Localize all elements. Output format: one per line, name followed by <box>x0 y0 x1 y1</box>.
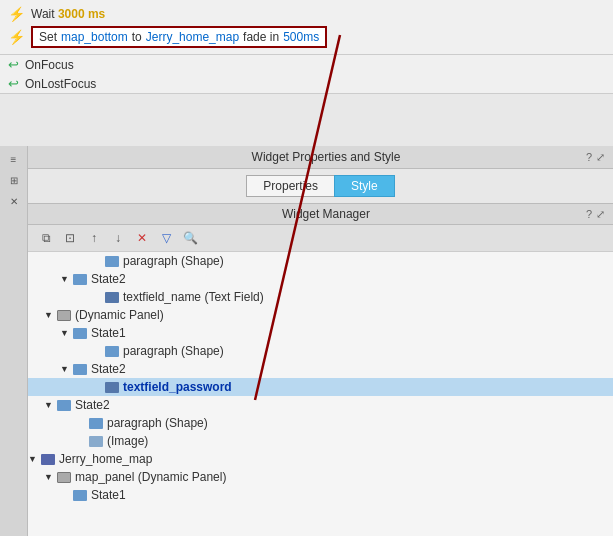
left-btn-2[interactable]: ⊞ <box>4 171 24 189</box>
onfocus-label: OnFocus <box>25 58 74 72</box>
label-dynamic-panel: (Dynamic Panel) <box>75 308 164 322</box>
label-textfield-name: textfield_name (Text Field) <box>123 290 264 304</box>
label-state2-3: State2 <box>75 398 110 412</box>
right-panel: Widget Properties and Style ? ⤢ Properti… <box>28 146 613 536</box>
tree-row-state2-2[interactable]: ▼ State2 <box>28 360 613 378</box>
widget-props-panel: Widget Properties and Style ? ⤢ Properti… <box>28 146 613 204</box>
set-text-2: to <box>132 30 142 44</box>
shape-blue-icon-2 <box>72 326 88 340</box>
widget-props-header: Widget Properties and Style ? ⤢ <box>28 146 613 169</box>
onfocus-item[interactable]: ↩ OnFocus <box>0 55 613 74</box>
label-paragraph2: paragraph (Shape) <box>123 344 224 358</box>
label-image: (Image) <box>107 434 148 448</box>
lightning-icon-1: ⚡ <box>8 6 25 22</box>
tree-row-map-panel[interactable]: ▼ map_panel (Dynamic Panel) <box>28 468 613 486</box>
onlostfocus-item[interactable]: ↩ OnLostFocus <box>0 74 613 93</box>
wm-tool-filter[interactable]: ▽ <box>156 229 176 247</box>
tree-row-state1[interactable]: ▼ State1 <box>28 324 613 342</box>
tab-properties[interactable]: Properties <box>246 175 334 197</box>
dynamic-panel-icon-1 <box>56 308 72 322</box>
tree-row-paragraph2[interactable]: paragraph (Shape) <box>28 342 613 360</box>
onlostfocus-icon: ↩ <box>8 76 19 91</box>
set-duration: 500ms <box>283 30 319 44</box>
text-field-icon-1 <box>104 290 120 304</box>
arrow-dynamic-panel: ▼ <box>44 310 56 320</box>
wm-toolbar: ⧉ ⊡ ↑ ↓ ✕ ▽ 🔍 <box>28 225 613 252</box>
top-actions-panel: ⚡ Wait 3000 ms ⚡ Set map_bottom to Jerry… <box>0 0 613 55</box>
wait-action-row: ⚡ Wait 3000 ms <box>8 4 605 24</box>
set-text-3: fade in <box>243 30 279 44</box>
wait-label: Wait 3000 ms <box>31 7 105 21</box>
tree-row-image[interactable]: (Image) <box>28 432 613 450</box>
set-source: Jerry_home_map <box>146 30 239 44</box>
onfocus-icon: ↩ <box>8 57 19 72</box>
tree-row-dynamic-panel[interactable]: ▼ (Dynamic Panel) <box>28 306 613 324</box>
widget-props-expand-icon[interactable]: ⤢ <box>596 151 605 164</box>
shape-icon-1 <box>104 254 120 268</box>
events-panel: ↩ OnFocus ↩ OnLostFocus <box>0 55 613 94</box>
set-action-box[interactable]: Set map_bottom to Jerry_home_map fade in… <box>31 26 327 48</box>
image-icon <box>88 434 104 448</box>
arrow-map-panel: ▼ <box>44 472 56 482</box>
label-state2-1: State2 <box>91 272 126 286</box>
dynamic-panel-icon-2 <box>56 470 72 484</box>
wm-header-icons: ? ⤢ <box>586 208 605 221</box>
set-text-1: Set <box>39 30 57 44</box>
widget-props-title: Widget Properties and Style <box>66 150 586 164</box>
wm-tool-copy[interactable]: ⧉ <box>36 229 56 247</box>
wm-title: Widget Manager <box>66 207 586 221</box>
map-icon <box>40 452 56 466</box>
left-btn-1[interactable]: ≡ <box>4 150 24 168</box>
onlostfocus-label: OnLostFocus <box>25 77 96 91</box>
left-btn-3[interactable]: ✕ <box>4 192 24 210</box>
wm-tool-delete[interactable]: ✕ <box>132 229 152 247</box>
label-textfield-password: textfield_password <box>123 380 232 394</box>
text-field-icon-2 <box>104 380 120 394</box>
lightning-icon-2: ⚡ <box>8 29 25 45</box>
shape-icon-3 <box>88 416 104 430</box>
label-paragraph3: paragraph (Shape) <box>107 416 208 430</box>
tree-row-paragraph3[interactable]: paragraph (Shape) <box>28 414 613 432</box>
left-panel: ≡ ⊞ ✕ <box>0 146 28 536</box>
shape-blue-icon-1 <box>72 272 88 286</box>
tree-row-state1-2[interactable]: State1 <box>28 486 613 504</box>
label-jerry-home-map: Jerry_home_map <box>59 452 152 466</box>
main-container: ≡ ⊞ ✕ Widget Properties and Style ? ⤢ Pr… <box>0 146 613 536</box>
arrow-state2-2: ▼ <box>60 364 72 374</box>
tree-row-paragraph1[interactable]: paragraph (Shape) <box>28 252 613 270</box>
wm-tool-paste[interactable]: ⊡ <box>60 229 80 247</box>
wm-tool-down[interactable]: ↓ <box>108 229 128 247</box>
tree-row-textfield-password[interactable]: textfield_password <box>28 378 613 396</box>
widget-props-icons: ? ⤢ <box>586 151 605 164</box>
label-map-panel: map_panel (Dynamic Panel) <box>75 470 226 484</box>
tree-row-jerry-home-map[interactable]: ▼ Jerry_home_map <box>28 450 613 468</box>
shape-blue-icon-5 <box>72 488 88 502</box>
arrow-jerry-home-map: ▼ <box>28 454 40 464</box>
widget-props-help-icon[interactable]: ? <box>586 151 592 163</box>
arrow-state2-3: ▼ <box>44 400 56 410</box>
label-state1: State1 <box>91 326 126 340</box>
arrow-state1: ▼ <box>60 328 72 338</box>
wm-help-icon[interactable]: ? <box>586 208 592 220</box>
tree-container: paragraph (Shape) ▼ State2 <box>28 252 613 536</box>
label-state2-2: State2 <box>91 362 126 376</box>
arrow-state2-1: ▼ <box>60 274 72 284</box>
wm-expand-icon[interactable]: ⤢ <box>596 208 605 221</box>
wait-value: 3000 ms <box>58 7 105 21</box>
tabs-row: Properties Style <box>28 169 613 203</box>
label-state1-2: State1 <box>91 488 126 502</box>
wm-header: Widget Manager ? ⤢ <box>28 204 613 225</box>
label-paragraph1: paragraph (Shape) <box>123 254 224 268</box>
shape-blue-icon-4 <box>56 398 72 412</box>
tree-row-textfield-name[interactable]: textfield_name (Text Field) <box>28 288 613 306</box>
shape-blue-icon-3 <box>72 362 88 376</box>
set-target: map_bottom <box>61 30 128 44</box>
wm-tool-search[interactable]: 🔍 <box>180 229 200 247</box>
set-action-row[interactable]: ⚡ Set map_bottom to Jerry_home_map fade … <box>8 24 605 50</box>
widget-manager-panel: Widget Manager ? ⤢ ⧉ ⊡ ↑ ↓ ✕ ▽ 🔍 <box>28 204 613 536</box>
shape-icon-2 <box>104 344 120 358</box>
wm-tool-up[interactable]: ↑ <box>84 229 104 247</box>
tree-row-state2-1[interactable]: ▼ State2 <box>28 270 613 288</box>
tab-style[interactable]: Style <box>334 175 395 197</box>
tree-row-state2-3[interactable]: ▼ State2 <box>28 396 613 414</box>
